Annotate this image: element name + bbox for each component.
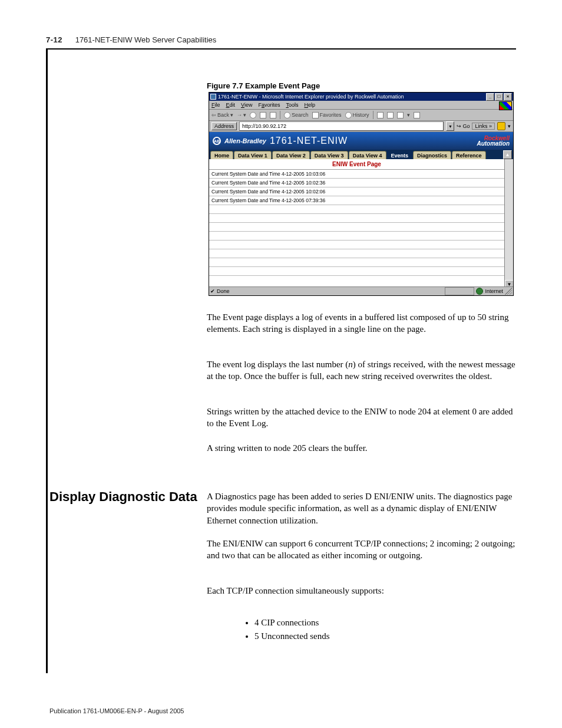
address-dropdown[interactable]: ▼ xyxy=(446,121,454,131)
menu-view[interactable]: View xyxy=(241,102,252,108)
go-button[interactable]: ↪Go xyxy=(457,123,470,129)
paragraph: A string written to node 205 clears the … xyxy=(207,442,516,454)
home-icon[interactable] xyxy=(270,112,276,118)
paragraph: A Diagnostics page has been added to ser… xyxy=(207,490,516,526)
discuss-icon[interactable] xyxy=(414,112,420,118)
tab-data-view-4[interactable]: Data View 4 xyxy=(349,151,386,159)
tab-bar: Home Data View 1 Data View 2 Data View 3… xyxy=(209,150,513,159)
address-label: Address xyxy=(211,122,237,130)
product-banner: AB Allen-Bradley 1761-NET-ENIW Rockwell … xyxy=(209,132,513,150)
section-title: Display Diagnostic Data xyxy=(49,489,197,505)
menu-file[interactable]: File xyxy=(211,102,220,108)
address-input[interactable]: http://10.90.92.172 xyxy=(239,121,444,131)
toolbar-separator xyxy=(280,111,280,119)
print-icon[interactable] xyxy=(387,112,394,118)
norton-dropdown[interactable]: ▾ xyxy=(508,123,511,129)
event-row: Current System Date and Time 4-12-2005 1… xyxy=(209,179,504,187)
event-row-empty xyxy=(209,258,504,267)
bullet-item: 5 Unconnected sends xyxy=(254,630,329,643)
status-bar: ✔ Done Internet xyxy=(209,286,513,295)
scroll-up-button[interactable]: ▲ xyxy=(503,150,512,159)
toolbar-separator-2 xyxy=(373,111,373,119)
status-done-icon: ✔ xyxy=(210,288,215,294)
paragraph: The ENI/ENIW can support 6 concurrent TC… xyxy=(207,538,516,562)
event-row-empty xyxy=(209,267,504,276)
mail-icon[interactable] xyxy=(377,112,384,118)
status-left-text: Done xyxy=(217,288,230,294)
footer-publication: Publication 1761-UM006E-EN-P - August 20… xyxy=(49,707,184,714)
forward-button[interactable]: → ▾ xyxy=(237,112,246,118)
paragraph: Each TCP/IP connection simultaneously su… xyxy=(207,585,516,597)
favorites-button[interactable]: Favorites xyxy=(312,112,342,118)
menu-favorites[interactable]: Favorites xyxy=(258,102,280,108)
menu-bar: File Edit View Favorites Tools Help xyxy=(209,101,513,110)
event-row-empty xyxy=(209,214,504,223)
figure-caption: Figure 7.7 Example Event Page xyxy=(207,81,320,90)
menu-edit[interactable]: Edit xyxy=(226,102,236,108)
search-button[interactable]: Search xyxy=(284,112,309,118)
edit-icon[interactable] xyxy=(397,112,404,118)
scrollbar-track[interactable]: ▼ xyxy=(504,159,513,289)
history-icon xyxy=(345,112,352,118)
paragraph: Strings written by the attached device t… xyxy=(207,406,516,430)
tab-data-view-2[interactable]: Data View 2 xyxy=(272,151,310,159)
event-area: ENIW Event Page Current System Date and … xyxy=(209,159,513,289)
status-right-text: Internet xyxy=(485,288,503,294)
resize-grip-icon[interactable] xyxy=(505,288,512,295)
minimize-button[interactable]: _ xyxy=(486,93,494,101)
event-row-empty xyxy=(209,223,504,232)
paragraph: The Event page displays a log of events … xyxy=(207,311,516,335)
bullet-list: 4 CIP connections 5 Unconnected sends xyxy=(223,616,329,643)
product-title: 1761-NET-ENIW xyxy=(270,136,348,146)
stop-icon[interactable] xyxy=(250,112,256,118)
window-title: 1761-NET-ENIW - Microsoft Internet Explo… xyxy=(218,94,404,100)
address-bar: Address http://10.90.92.172 ▼ ↪Go Links … xyxy=(209,121,513,132)
tab-events[interactable]: Events xyxy=(387,151,413,159)
close-button[interactable]: × xyxy=(504,93,512,101)
allen-bradley-text: Allen-Bradley xyxy=(224,137,266,144)
rockwell-logo-text: Rockwell Automation xyxy=(477,136,510,146)
tab-diagnostics[interactable]: Diagnostics xyxy=(413,151,451,159)
page-number: 7-12 xyxy=(46,35,62,44)
window-titlebar: 1761-NET-ENIW - Microsoft Internet Explo… xyxy=(209,93,513,101)
event-row-empty xyxy=(209,249,504,258)
tab-data-view-3[interactable]: Data View 3 xyxy=(310,151,348,159)
chapter-title: 1761-NET-ENIW Web Server Capabilities xyxy=(75,35,217,44)
refresh-icon[interactable] xyxy=(260,112,266,118)
ie-throbber-icon xyxy=(499,101,512,110)
header-rule xyxy=(46,48,516,50)
edit-dropdown[interactable]: ▾ xyxy=(407,112,410,118)
tab-home[interactable]: Home xyxy=(210,151,233,159)
variable-n: n xyxy=(348,360,353,369)
menu-tools[interactable]: Tools xyxy=(286,102,298,108)
favorites-icon xyxy=(312,112,319,118)
tab-reference[interactable]: Reference xyxy=(452,151,486,159)
toolbar: ⇦Back ▾ → ▾ Search Favorites History ▾ xyxy=(209,110,513,121)
event-row-empty xyxy=(209,241,504,249)
history-button[interactable]: History xyxy=(345,112,369,118)
event-row: Current System Date and Time 4-12-2005 1… xyxy=(209,187,504,196)
event-page-title: ENIW Event Page xyxy=(209,159,504,170)
maximize-button[interactable]: □ xyxy=(495,93,503,101)
internet-zone-icon xyxy=(476,288,483,295)
page: 7-12 1761-NET-ENIW Web Server Capabiliti… xyxy=(0,0,562,728)
browser-window: 1761-NET-ENIW - Microsoft Internet Explo… xyxy=(209,92,514,296)
tab-data-view-1[interactable]: Data View 1 xyxy=(234,151,272,159)
ie-icon xyxy=(210,94,216,100)
event-row: Current System Date and Time 4-12-2005 0… xyxy=(209,196,504,205)
links-button[interactable]: Links » xyxy=(472,123,495,130)
page-content: AB Allen-Bradley 1761-NET-ENIW Rockwell … xyxy=(209,132,513,289)
event-row: Current System Date and Time 4-12-2005 1… xyxy=(209,170,504,179)
norton-icon[interactable] xyxy=(497,122,505,130)
menu-help[interactable]: Help xyxy=(304,102,315,108)
status-pane xyxy=(445,287,474,295)
event-row-empty xyxy=(209,232,504,241)
event-row-empty xyxy=(209,205,504,214)
back-button[interactable]: ⇦Back ▾ xyxy=(211,112,233,118)
bullet-item: 4 CIP connections xyxy=(254,616,329,630)
search-icon xyxy=(284,112,290,118)
left-margin-bar xyxy=(46,48,48,673)
allen-bradley-logo-icon: AB xyxy=(213,137,221,145)
running-header: 7-12 1761-NET-ENIW Web Server Capabiliti… xyxy=(46,35,216,44)
paragraph: The event log displays the last number (… xyxy=(207,358,516,383)
